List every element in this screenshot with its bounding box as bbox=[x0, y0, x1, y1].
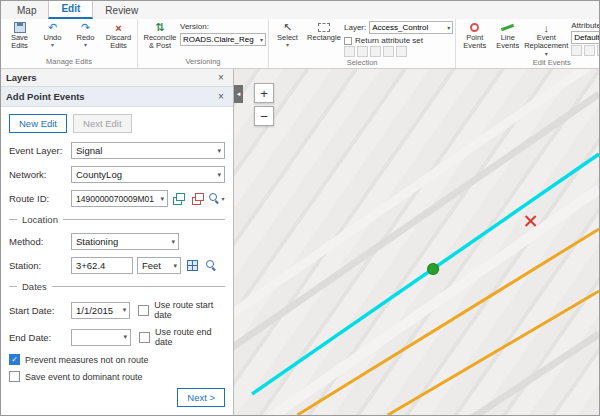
event-point-marker[interactable] bbox=[428, 264, 439, 275]
layer-label: Layer: bbox=[344, 23, 366, 32]
route-id-label: Route ID: bbox=[9, 193, 71, 204]
event-replacement-button[interactable]: ↓ Event Replacement ▾ bbox=[524, 20, 568, 57]
chevron-down-icon: ▾ bbox=[260, 36, 263, 43]
return-attribute-set-checkbox[interactable]: Return attribute set bbox=[344, 36, 453, 45]
save-edits-button[interactable]: Save Edits bbox=[3, 20, 36, 51]
select-route-on-map-button[interactable] bbox=[171, 191, 187, 207]
map-zoom-control: + − bbox=[254, 83, 274, 129]
close-icon[interactable]: × bbox=[214, 72, 228, 83]
selection-tool-icon[interactable] bbox=[357, 46, 368, 57]
main-area: Layers × Add Point Events × New Edit Nex… bbox=[1, 69, 599, 415]
selection-tool-icon[interactable] bbox=[344, 46, 355, 57]
chevron-down-icon: ▾ bbox=[171, 238, 175, 246]
chevron-down-icon[interactable]: ▾ bbox=[286, 42, 289, 48]
overlap-rectangles-icon bbox=[173, 193, 185, 204]
chevron-down-icon: ▾ bbox=[447, 24, 450, 31]
chevron-down-icon: ▾ bbox=[217, 171, 221, 179]
group-versioning: ⇅ Reconcile & Post Version: ROADS.Claire… bbox=[138, 19, 269, 68]
background-road bbox=[395, 334, 599, 415]
attribute-set-label: Attribute Set: bbox=[571, 21, 599, 30]
checkbox-icon bbox=[344, 37, 352, 45]
chevron-down-icon[interactable]: ▾ bbox=[84, 42, 87, 48]
chevron-down-icon: ▾ bbox=[221, 195, 224, 202]
prevent-measures-checkbox[interactable]: ✓ Prevent measures not on route bbox=[9, 354, 225, 365]
station-input[interactable]: 3+62.4 bbox=[71, 257, 133, 274]
layer-select[interactable]: Access_Control ▾ bbox=[369, 21, 453, 34]
overlap-rectangles-red-icon bbox=[192, 193, 204, 204]
panel-body: New Edit Next Edit Event Layer: Signal ▾… bbox=[1, 107, 233, 415]
route-line[interactable] bbox=[252, 154, 599, 394]
select-route-alt-button[interactable] bbox=[190, 191, 206, 207]
point-events-button[interactable]: Point Events bbox=[458, 20, 491, 51]
zoom-out-button[interactable]: − bbox=[254, 106, 274, 126]
panel-title: Add Point Events bbox=[6, 91, 214, 102]
use-route-start-date-checkbox[interactable]: Use route start date bbox=[138, 300, 225, 320]
ribbon-tab-bar: Map Edit Review bbox=[1, 1, 599, 19]
version-select[interactable]: ROADS.Claire_Reg ▾ bbox=[180, 33, 266, 46]
map-canvas[interactable] bbox=[234, 69, 599, 415]
group-label-edit-events: Edit Events bbox=[458, 57, 599, 69]
method-select[interactable]: Stationing ▾ bbox=[71, 233, 179, 250]
selection-tool-icon[interactable] bbox=[383, 46, 394, 57]
pick-location-on-map-button[interactable] bbox=[184, 258, 200, 274]
close-icon[interactable]: × bbox=[214, 91, 228, 102]
dates-section-header: Dates bbox=[9, 281, 225, 292]
discard-edits-button[interactable]: × Discard Edits bbox=[102, 20, 135, 51]
panel-collapse-button[interactable]: ◂ bbox=[234, 85, 243, 103]
zoom-to-station-button[interactable] bbox=[203, 258, 219, 274]
event-tool-icon[interactable] bbox=[584, 45, 595, 56]
panel-header: Add Point Events × bbox=[1, 87, 233, 107]
reconcile-post-button[interactable]: ⇅ Reconcile & Post bbox=[140, 20, 180, 51]
units-select[interactable]: Feet ▾ bbox=[137, 257, 181, 274]
selection-tool-icon[interactable] bbox=[370, 46, 381, 57]
select-button[interactable]: ↖ Select ▾ bbox=[271, 20, 304, 48]
attribute-set-select[interactable]: Default ▾ bbox=[571, 31, 599, 44]
event-tool-icon[interactable] bbox=[597, 45, 599, 56]
map-view[interactable]: ◂ + − bbox=[234, 69, 599, 415]
line-events-icon bbox=[501, 24, 514, 31]
checkbox-icon bbox=[9, 371, 20, 382]
start-date-label: Start Date: bbox=[9, 305, 71, 316]
chevron-down-icon: ▾ bbox=[123, 306, 127, 314]
redo-button[interactable]: ↷ Redo ▾ bbox=[69, 20, 102, 48]
undo-button[interactable]: ↶ Undo ▾ bbox=[36, 20, 69, 48]
line-events-button[interactable]: Line Events bbox=[491, 20, 524, 51]
chevron-down-icon: ▾ bbox=[124, 333, 128, 341]
event-layer-select[interactable]: Signal ▾ bbox=[71, 142, 225, 159]
checkbox-icon bbox=[138, 305, 149, 316]
tab-edit[interactable]: Edit bbox=[48, 0, 93, 19]
zoom-in-button[interactable]: + bbox=[254, 83, 274, 103]
start-date-input[interactable]: 1/1/2015 ▾ bbox=[71, 302, 130, 319]
grid-picker-icon bbox=[187, 260, 198, 271]
chevron-down-icon: ▾ bbox=[217, 147, 221, 155]
application-window: Map Edit Review Save Edits ↶ Undo ▾ ↷ Re… bbox=[0, 0, 600, 416]
event-tool-icon[interactable] bbox=[571, 45, 582, 56]
layers-pane-header: Layers × bbox=[1, 69, 233, 87]
rectangle-button[interactable]: Rectangle bbox=[304, 20, 344, 42]
network-select[interactable]: CountyLog ▾ bbox=[71, 166, 225, 183]
ribbon: Save Edits ↶ Undo ▾ ↷ Redo ▾ × Discard E… bbox=[1, 19, 599, 69]
next-button[interactable]: Next > bbox=[177, 388, 225, 407]
method-label: Method: bbox=[9, 236, 71, 247]
add-point-events-panel: Layers × Add Point Events × New Edit Nex… bbox=[1, 69, 234, 415]
route-id-input[interactable]: 1490000070009M01 ▾ bbox=[71, 190, 168, 207]
end-date-label: End Date: bbox=[9, 332, 71, 343]
next-edit-button: Next Edit bbox=[73, 114, 132, 133]
chevron-down-icon[interactable]: ▾ bbox=[51, 42, 54, 48]
rectangle-icon bbox=[318, 23, 330, 32]
save-dominant-route-checkbox[interactable]: Save event to dominant route bbox=[9, 371, 225, 382]
tab-map[interactable]: Map bbox=[5, 3, 48, 19]
version-label: Version: bbox=[180, 22, 266, 31]
selection-tool-icon[interactable] bbox=[396, 46, 407, 57]
new-edit-button[interactable]: New Edit bbox=[9, 114, 67, 133]
group-label-manage-edits: Manage Edits bbox=[3, 56, 135, 68]
end-date-input[interactable]: ▾ bbox=[71, 329, 131, 346]
tab-review[interactable]: Review bbox=[93, 3, 150, 19]
use-route-end-date-checkbox[interactable]: Use route end date bbox=[139, 327, 225, 347]
chevron-down-icon: ▾ bbox=[173, 262, 177, 270]
zoom-to-route-button[interactable]: ▾ bbox=[209, 191, 225, 207]
group-selection: ↖ Select ▾ Rectangle Layer: Access_Contr… bbox=[269, 19, 456, 68]
magnifier-icon bbox=[209, 193, 220, 204]
group-edit-events: Point Events Line Events ↓ Event Replace… bbox=[456, 19, 599, 68]
group-label-versioning: Versioning bbox=[140, 56, 266, 68]
